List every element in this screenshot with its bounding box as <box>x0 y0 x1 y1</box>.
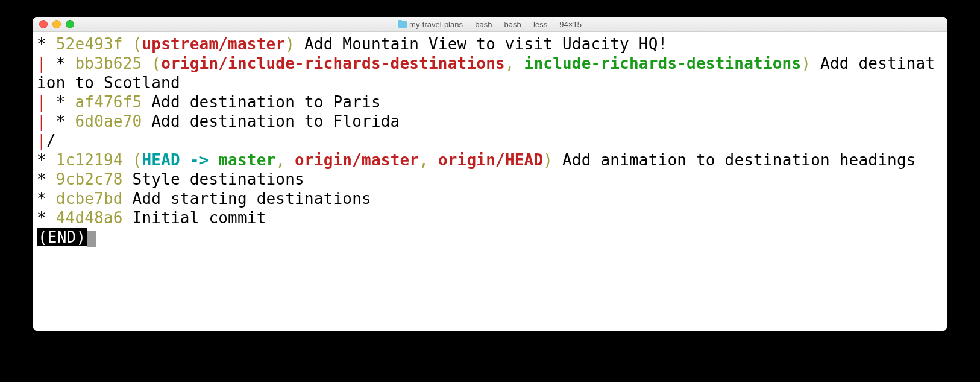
ref-remote: origin/include-richards-destinations <box>161 54 505 72</box>
ref-head: HEAD -> <box>142 151 218 169</box>
window-controls <box>39 20 74 28</box>
terminal-window: my-travel-plans — bash — bash — less — 9… <box>33 17 947 331</box>
ref-close: ) <box>543 151 553 169</box>
graph-node: * <box>37 35 56 53</box>
commit-hash: 9cb2c78 <box>56 170 123 188</box>
ref-open: ( <box>151 54 161 72</box>
terminal-content[interactable]: * 52e493f (upstream/master) Add Mountain… <box>33 32 947 331</box>
ref-remote: origin/HEAD <box>438 151 543 169</box>
ref-close: ) <box>801 54 811 72</box>
commit-msg: Initial commit <box>133 209 266 227</box>
folder-icon <box>398 21 407 28</box>
graph-edge: | <box>37 132 46 150</box>
zoom-icon[interactable] <box>66 20 74 28</box>
title-text: my-travel-plans — bash — bash — less — 9… <box>409 20 582 29</box>
ref-sep: , <box>419 151 438 169</box>
commit-hash: af476f5 <box>75 93 142 111</box>
graph-edge: | <box>37 54 46 72</box>
commit-msg: Style destinations <box>133 170 304 188</box>
ref-open: ( <box>133 151 142 169</box>
ref-local: include-richards-destinations <box>524 54 802 72</box>
pager-end: (END) <box>37 228 87 246</box>
ref-remote: origin/master <box>295 151 419 169</box>
commit-msg: Add destination to Florida <box>151 112 400 130</box>
ref-open: ( <box>133 35 142 53</box>
cursor <box>87 231 96 247</box>
graph-edge: | <box>37 112 46 130</box>
graph-edge: | <box>37 93 46 111</box>
commit-hash: 1c12194 <box>56 151 123 169</box>
close-icon[interactable] <box>39 20 48 28</box>
graph-node: * <box>37 151 56 169</box>
commit-hash: 6d0ae70 <box>75 112 142 130</box>
ref-sep: , <box>505 54 524 72</box>
ref-close: ) <box>285 35 295 53</box>
commit-msg: Add animation to destination headings <box>562 151 916 169</box>
graph-merge: / <box>46 132 56 150</box>
ref-sep: , <box>275 151 295 169</box>
commit-hash: bb3b625 <box>75 54 142 72</box>
ref-local: master <box>218 151 275 169</box>
ref-remote: upstream/master <box>142 35 285 53</box>
commit-hash: 44d48a6 <box>56 209 123 227</box>
commit-msg: Add starting destinations <box>133 189 371 208</box>
commit-msg: Add Mountain View to visit Udacity HQ! <box>304 35 667 53</box>
commit-hash: dcbe7bd <box>56 189 123 208</box>
commit-hash: 52e493f <box>56 35 123 53</box>
window-title: my-travel-plans — bash — bash — less — 9… <box>33 20 947 29</box>
graph-node: * <box>37 209 56 227</box>
minimize-icon[interactable] <box>52 20 61 28</box>
commit-msg: Add destination to Paris <box>151 93 380 111</box>
titlebar: my-travel-plans — bash — bash — less — 9… <box>33 17 947 32</box>
graph-node: * <box>37 189 56 208</box>
graph-node: * <box>37 170 56 188</box>
